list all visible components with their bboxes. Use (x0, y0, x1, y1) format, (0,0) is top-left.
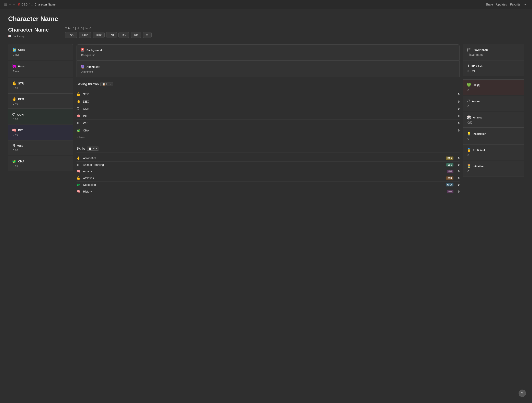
menu-icon[interactable]: ☰ (4, 2, 7, 6)
skills-filter[interactable]: 📋 All ▾ (87, 146, 99, 151)
armor-value[interactable]: 0 (467, 105, 520, 108)
skills-chevron: ▾ (96, 147, 97, 150)
forward-icon[interactable]: → (13, 2, 16, 6)
dex-name: DEX (18, 97, 24, 101)
breadcrumb-separator: / (29, 3, 30, 6)
right-column: 🏴 Player name Player name ⬆ XP & LVL 0 -… (463, 44, 524, 195)
armor-icon: 🛡 (467, 99, 470, 103)
d4-button[interactable]: +d4 (131, 32, 141, 38)
player-name-value[interactable]: Player name (467, 53, 520, 56)
hp-title: HP (0) (473, 84, 480, 87)
back-icon[interactable]: ← (8, 2, 11, 6)
history-value: 0 (456, 190, 460, 193)
saving-throw-cha: 🐲 CHA 0 (76, 127, 460, 134)
wis-value[interactable]: 0 / 0 (12, 149, 70, 152)
alignment-value[interactable]: Alignment (80, 70, 456, 73)
nav-icons: ☰ ← → (4, 2, 16, 6)
app-name[interactable]: D&D (22, 3, 28, 6)
int-icon: 🧠 (12, 128, 17, 132)
initiative-icon: ⏳ (467, 164, 471, 169)
acrobatics-value: 0 (456, 157, 460, 160)
hp-icon: 💚 (467, 83, 471, 87)
player-name-card: 🏴 Player name Player name (463, 44, 524, 60)
cha-icon: 🐲 (12, 159, 17, 164)
alignment-card: 🔮 Alignment Alignment (76, 61, 460, 77)
skills-filter-label: All (92, 147, 95, 150)
app-icon: & (18, 3, 20, 6)
history-name: History (83, 190, 447, 193)
xp-value[interactable]: 0 - lv1 (467, 69, 520, 73)
armor-card: 🛡 Armor 0 (463, 96, 524, 111)
int-value[interactable]: 0 / 0 (12, 133, 70, 136)
str-name: STR (18, 82, 24, 85)
more-menu-button[interactable]: ··· (524, 2, 528, 6)
int-name: INT (18, 129, 23, 132)
inspiration-value[interactable]: 0 (467, 137, 520, 140)
background-icon: 🎴 (80, 48, 85, 52)
race-value[interactable]: Race (12, 70, 70, 73)
saving-throws-list: 💪 STR 0 🤚 DEX 0 🛡 CON 0 (76, 91, 460, 134)
share-button[interactable]: Share (485, 3, 493, 6)
saving-throw-str: 💪 STR 0 (76, 91, 460, 98)
middle-column: 🎴 Background Background 🔮 Alignment Alig… (73, 44, 463, 195)
deception-icon: 🐲 (76, 183, 81, 187)
dice-buttons: +d20 +d12 +d10 +d8 +d6 +d4 🗑 (65, 32, 524, 38)
throw-dex-value: 0 (453, 100, 460, 103)
dex-value[interactable]: 0 / 0 (12, 102, 70, 105)
throw-str-name: STR (83, 93, 453, 96)
d8-button[interactable]: +d8 (106, 32, 117, 38)
backstory-icon: 📖 (8, 35, 11, 38)
throw-wis-name: WIS (83, 121, 453, 125)
throw-wis-value: 0 (453, 121, 460, 125)
initiative-title: Initiative (473, 165, 484, 168)
page-main-title: Character Name (8, 15, 524, 23)
saving-throws-section: Saving throws 📋 L... ▾ 💪 STR 0 🤚 (76, 80, 460, 140)
backstory-link[interactable]: 📖 Backstory (8, 35, 57, 38)
page-icon: ⚔ (31, 3, 33, 6)
armor-title: Armor (472, 100, 480, 103)
saving-throws-filter[interactable]: 📋 L... ▾ (100, 82, 113, 86)
hit-dice-icon: 🎲 (467, 115, 471, 120)
character-name-display: Character Name (8, 27, 57, 33)
hit-dice-value[interactable]: 0d0 (467, 121, 520, 124)
wis-card: 🎚 WIS 0 / 0 (8, 140, 73, 155)
saving-throw-wis: 🎚 WIS 0 (76, 120, 460, 127)
topbar: ☰ ← → & D&D / ⚔ Character Name Share Upd… (0, 0, 532, 9)
d6-button[interactable]: +d6 (118, 32, 129, 38)
help-button[interactable]: ? (519, 390, 526, 397)
con-value[interactable]: 0 / 0 (12, 118, 70, 121)
favorite-button[interactable]: Favorite (510, 3, 520, 6)
dice-clear-button[interactable]: 🗑 (143, 32, 152, 38)
cha-value[interactable]: 0 / 0 (12, 164, 70, 168)
updates-button[interactable]: Updates (496, 3, 507, 6)
str-icon: 💪 (12, 81, 17, 86)
wis-icon: 🎚 (12, 144, 16, 148)
skill-deception: 🐲 Deception CHA 0 (76, 182, 460, 188)
d10-button[interactable]: +d10 (93, 32, 105, 38)
saving-throws-filter-label: L... (106, 83, 109, 86)
proficient-card: 🏅 Proficient 0 (463, 144, 524, 160)
xp-title: XP & LVL (471, 64, 483, 68)
skill-animal-handling: 🎚 Animal Handling WIS 0 (76, 162, 460, 168)
middle-cards-container: 🎴 Background Background 🔮 Alignment Alig… (76, 44, 460, 77)
arcana-name: Arcana (83, 170, 447, 173)
alignment-icon: 🔮 (80, 64, 85, 69)
d20-button[interactable]: +d20 (65, 32, 77, 38)
wis-name: WIS (17, 144, 23, 148)
class-value[interactable]: Class (12, 53, 70, 56)
skills-list: 🤚 Acrobatics DEX 0 🎚 Animal Handling WIS… (76, 155, 460, 195)
background-value[interactable]: Background (80, 54, 456, 57)
hp-value[interactable]: 0 (467, 88, 520, 92)
background-card: 🎴 Background Background (76, 44, 460, 61)
d12-button[interactable]: +d12 (79, 32, 91, 38)
alignment-title: Alignment (87, 65, 100, 68)
athletics-badge: STR (446, 176, 453, 180)
initiative-value[interactable]: 0 (467, 170, 520, 173)
proficient-value[interactable]: 0 (467, 153, 520, 157)
throw-con-name: CON (83, 107, 453, 110)
saving-throw-add-new[interactable]: + New (76, 134, 460, 140)
str-value[interactable]: 0 / 0 (12, 87, 70, 89)
animal-handling-badge: WIS (446, 163, 453, 166)
inspiration-title: Inspiration (473, 132, 486, 135)
hp-card: 💚 HP (0) 0 (463, 79, 524, 95)
